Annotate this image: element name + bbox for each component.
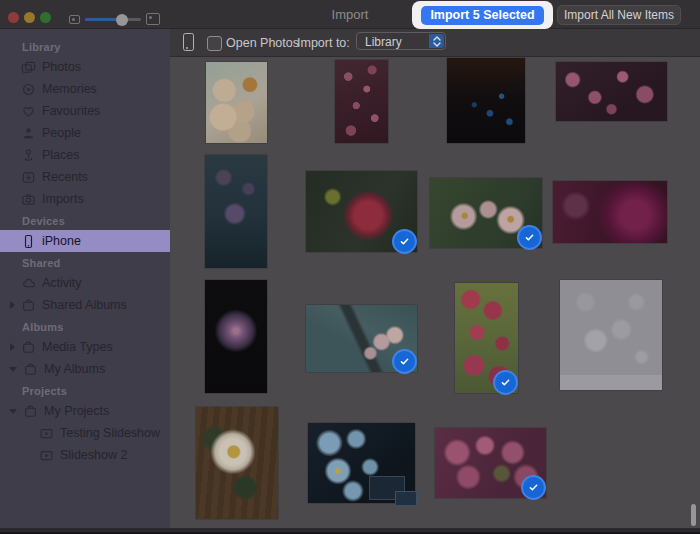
selected-checkmark-icon[interactable] — [517, 225, 542, 250]
sidebar-item-places[interactable]: Places — [0, 144, 170, 166]
import-all-new-items-button[interactable]: Import All New Items — [557, 5, 681, 25]
sidebar-section-albums: Albums — [0, 316, 170, 336]
folder-icon — [20, 339, 36, 355]
sidebar-section-shared: Shared — [0, 252, 170, 272]
sidebar-item-my-projects[interactable]: My Projects — [0, 400, 170, 422]
sidebar-item-shared-albums[interactable]: Shared Albums — [0, 294, 170, 316]
photo-gray-floral-relief[interactable] — [560, 280, 662, 390]
photo-red-flower-field[interactable] — [455, 283, 518, 393]
sidebar-item-label: Activity — [42, 276, 82, 290]
photo-blue-forget-me-nots[interactable] — [308, 423, 415, 503]
photo-purple-dahlia-black[interactable] — [205, 280, 267, 393]
import-to-selected-value: Library — [365, 35, 402, 49]
sidebar-item-imports[interactable]: Imports — [0, 188, 170, 210]
memories-icon — [20, 81, 36, 97]
sidebar-item-label: Recents — [42, 170, 88, 184]
sidebar-item-label: Photos — [42, 60, 81, 74]
photos-icon — [20, 59, 36, 75]
photo-cream-roses-butterfly[interactable] — [206, 62, 267, 143]
imports-icon — [20, 191, 36, 207]
sidebar-item-testing-slideshow[interactable]: Testing Slideshow — [0, 422, 170, 444]
photo-purple-bouquet-vase[interactable] — [205, 155, 267, 268]
selected-checkmark-icon[interactable] — [493, 370, 518, 395]
cloud-icon — [20, 275, 36, 291]
sidebar-item-label: Media Types — [42, 340, 113, 354]
photo-white-rose-wood[interactable] — [196, 407, 278, 519]
sidebar-item-label: My Albums — [44, 362, 105, 376]
photo-pink-plumeria[interactable] — [430, 178, 542, 248]
photos-app-window: Import Import 5 Selected Import All New … — [0, 0, 700, 534]
selected-checkmark-icon[interactable] — [392, 229, 417, 254]
sidebar-item-label: My Projects — [44, 404, 109, 418]
sidebar-item-people[interactable]: People — [0, 122, 170, 144]
selected-checkmark-icon[interactable] — [392, 349, 417, 374]
iphone-icon — [20, 233, 36, 249]
selected-checkmark-icon[interactable] — [521, 475, 546, 500]
sidebar-item-favourites[interactable]: Favourites — [0, 100, 170, 122]
photo-cherry-blossom-teal[interactable] — [306, 305, 417, 372]
sidebar-item-label: Imports — [42, 192, 84, 206]
sidebar-item-label: People — [42, 126, 81, 140]
photo-stack-thumbnail — [395, 491, 417, 506]
open-photos-checkbox[interactable] — [207, 36, 222, 51]
window-bottom-edge — [0, 528, 700, 534]
photo-red-dahlia[interactable] — [306, 171, 417, 252]
import-to-dropdown[interactable]: Library — [356, 32, 446, 50]
sidebar-item-activity[interactable]: Activity — [0, 272, 170, 294]
sidebar-item-memories[interactable]: Memories — [0, 78, 170, 100]
slideshow-icon — [38, 425, 54, 441]
annotation-highlight-ring: Import 5 Selected — [412, 1, 553, 29]
photo-pink-flower-cluster[interactable] — [435, 428, 546, 498]
iphone-device-icon — [183, 33, 194, 51]
person-icon — [20, 125, 36, 141]
photo-dark-red-blossoms[interactable] — [335, 60, 388, 143]
folder-icon — [20, 297, 36, 313]
folder-icon — [22, 361, 38, 377]
import-to-label: Import to: — [297, 36, 350, 50]
sidebar-item-iphone[interactable]: iPhone — [0, 230, 170, 252]
pin-icon — [20, 147, 36, 163]
disclosure-triangle-right-icon[interactable] — [10, 301, 15, 309]
disclosure-triangle-right-icon[interactable] — [10, 343, 15, 351]
recents-icon — [20, 169, 36, 185]
folder-icon — [22, 403, 38, 419]
disclosure-triangle-down-icon[interactable] — [9, 409, 17, 414]
photo-pink-blossom-branches[interactable] — [556, 62, 667, 121]
slideshow-icon — [38, 447, 54, 463]
open-photos-label: Open Photos — [226, 36, 299, 50]
import-options-bar: Open Photos Import to: Library — [170, 28, 700, 57]
photo-grid — [170, 56, 700, 528]
sidebar-item-label: Memories — [42, 82, 97, 96]
disclosure-triangle-down-icon[interactable] — [9, 367, 17, 372]
sidebar-item-label: Slideshow 2 — [60, 448, 127, 462]
scrollbar-thumb[interactable] — [691, 504, 696, 526]
sidebar-section-library: Library — [0, 36, 170, 56]
sidebar-item-label: Testing Slideshow — [60, 426, 160, 440]
chevron-up-down-icon — [429, 34, 444, 48]
heart-icon — [20, 103, 36, 119]
sidebar-item-photos[interactable]: Photos — [0, 56, 170, 78]
sidebar-item-label: Places — [42, 148, 80, 162]
photo-night-blue-speckles[interactable] — [447, 58, 525, 143]
sidebar-item-my-albums[interactable]: My Albums — [0, 358, 170, 380]
sidebar-section-projects: Projects — [0, 380, 170, 400]
sidebar-section-devices: Devices — [0, 210, 170, 230]
sidebar-item-recents[interactable]: Recents — [0, 166, 170, 188]
import-selected-button[interactable]: Import 5 Selected — [421, 6, 544, 25]
sidebar-item-label: Favourites — [42, 104, 100, 118]
sidebar-item-label: Shared Albums — [42, 298, 127, 312]
sidebar: LibraryPhotosMemoriesFavouritesPeoplePla… — [0, 28, 170, 528]
sidebar-item-label: iPhone — [42, 234, 81, 248]
photo-magenta-bloom[interactable] — [553, 181, 667, 243]
titlebar: Import Import 5 Selected Import All New … — [0, 0, 700, 29]
sidebar-item-media-types[interactable]: Media Types — [0, 336, 170, 358]
sidebar-item-slideshow-2[interactable]: Slideshow 2 — [0, 444, 170, 466]
